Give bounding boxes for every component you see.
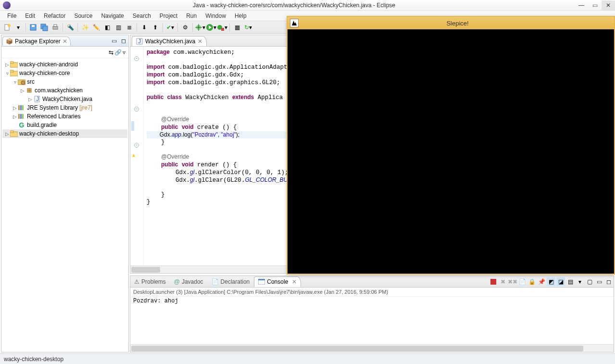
app-canvas[interactable] [288,29,614,274]
check-button[interactable]: ✔▾ [165,22,176,33]
app-title: Slepice! [301,20,614,27]
menu-window[interactable]: Window [201,11,230,21]
wand2-icon[interactable]: ✏️ [91,22,101,33]
menu-edit[interactable]: Edit [21,11,39,21]
terminate-button[interactable] [489,277,498,286]
menu-help[interactable]: Help [230,11,251,21]
tree-item-com-wackychicken[interactable]: ▷com.wackychicken [2,86,127,95]
tree-item-label: Referenced Libraries [27,113,80,120]
list-button[interactable]: ≣ [124,22,135,33]
export-button[interactable]: ⬆ [150,22,161,33]
tree-item-src[interactable]: ▿src [2,77,127,86]
print-button[interactable] [50,22,61,33]
twisty-icon[interactable]: ▷ [4,131,10,137]
package-explorer-label: Package Explorer [15,38,61,45]
fold-toggle[interactable]: − [134,107,139,112]
close-button[interactable]: ✕ [602,0,615,10]
bottom-tabs: ⚠Problems @Javadoc 📄Declaration Console✕… [130,276,614,288]
tab-problems[interactable]: ⚠Problems [130,277,170,287]
twisty-icon[interactable]: ▷ [20,88,25,93]
save-all-button[interactable] [39,22,50,33]
run-ext-button[interactable]: ▾ [217,22,227,33]
minimize-view-button[interactable]: ▭ [110,37,118,45]
clear-console-button[interactable]: 📄 [518,277,527,286]
tree-item-label: wacky-chicken-core [19,70,70,76]
max-button[interactable]: ◻ [604,277,613,286]
twisty-icon[interactable]: ▷ [27,97,33,102]
open-console-button[interactable]: ▤ [566,277,575,286]
editor-tab-label: WackyChicken.java [145,38,195,45]
menu-refactor[interactable]: Refactor [39,11,70,21]
debug-button[interactable]: ▾ [195,22,205,33]
running-app-window[interactable]: Slepice! [287,16,615,275]
menu-search[interactable]: Search [128,11,155,21]
twisty-icon[interactable]: ▿ [12,79,18,85]
save-button[interactable] [28,22,38,33]
collapse-all-button[interactable]: ⇆ [109,49,113,56]
tree-item-label: JRE System Library [jre7] [27,104,92,111]
new-dropdown[interactable]: ▾ [13,22,24,33]
menu-source[interactable]: Source [70,11,97,21]
tab-javadoc[interactable]: @Javadoc [170,277,208,287]
menu-file[interactable]: File [3,11,21,21]
tree-item-jre-system-library[interactable]: ▷JRE System Library [jre7] [2,103,127,112]
grid-button[interactable]: ▦ [232,22,242,33]
tab-console[interactable]: Console✕ [254,276,301,287]
menu-navigate[interactable]: Navigate [97,11,128,21]
tree-item-wacky-chicken-android[interactable]: ▷wacky-chicken-android [2,60,127,69]
svg-rect-33 [10,131,13,133]
console-output[interactable]: Pozdrav: ahoj [130,297,614,344]
tree-item-wackychicken-java[interactable]: ▷JWackyChicken.java [2,95,127,103]
tree-item-build-gradle[interactable]: Gbuild.gradle [2,121,127,129]
scroll-lock-button[interactable]: 🔒 [527,277,536,286]
twisty-icon[interactable]: ▿ [4,71,10,76]
import-button[interactable]: ⬇ [139,22,150,33]
run-button[interactable]: ▾ [206,22,216,33]
toggle2-button[interactable]: ▥ [113,22,124,33]
close-icon[interactable]: ✕ [63,38,67,45]
declaration-icon: 📄 [212,278,219,285]
display-selected-button[interactable]: ◩ [547,277,555,286]
fold-toggle[interactable]: − [134,56,139,61]
menu-run[interactable]: Run [182,11,201,21]
build-button[interactable]: ⚙ [180,22,190,33]
tree-item-wacky-chicken-desktop[interactable]: ▷wacky-chicken-desktop [2,129,127,138]
toggle-button[interactable]: ◧ [102,22,113,33]
editor-gutter[interactable]: − − − ▲ [130,47,144,265]
refresh-button[interactable]: ↻▾ [243,22,253,33]
java-file-icon: J [136,38,143,45]
svg-rect-30 [20,114,22,119]
fold-toggle[interactable]: − [134,143,139,148]
new-console-button[interactable]: ▢ [585,277,594,286]
min-button[interactable]: ▭ [595,277,603,286]
view-menu-button[interactable]: ▿ [123,49,126,56]
twisty-icon[interactable]: ▷ [4,62,10,67]
new-button[interactable] [2,22,13,33]
tab-declaration[interactable]: 📄Declaration [208,277,254,287]
package-explorer-tab[interactable]: 📦 Package Explorer ✕ [2,37,71,46]
close-icon[interactable]: ✕ [292,278,297,285]
pin-console-button[interactable]: 📌 [537,277,546,286]
app-title-bar[interactable]: Slepice! [288,17,614,29]
twisty-icon[interactable]: ▷ [12,114,18,119]
editor-tab-wackychicken[interactable]: J WackyChicken.java ✕ [132,36,207,46]
tree-item-referenced-libraries[interactable]: ▷Referenced Libraries [2,112,127,121]
link-editor-button[interactable]: 🔗 [114,49,122,56]
wand-icon[interactable]: ✨ [80,22,90,33]
menu-project[interactable]: Project [155,11,182,21]
tree-item-wacky-chicken-core[interactable]: ▿wacky-chicken-core [2,69,127,77]
remove-launch-button[interactable]: ✖ [499,277,507,286]
show-console-button[interactable]: ◪ [556,277,565,286]
svg-rect-3 [32,25,35,27]
console-menu-button[interactable]: ▾ [576,277,584,286]
console-horizontal-scrollbar[interactable] [130,344,614,352]
remove-all-button[interactable]: ✖✖ [508,277,517,286]
close-tab-icon[interactable]: ✕ [198,38,202,45]
maximize-view-button[interactable]: ◻ [119,37,128,45]
search-flashlight-icon[interactable]: 🔦 [65,22,75,33]
minimize-button[interactable]: — [575,0,588,10]
twisty-icon[interactable]: ▷ [12,105,18,111]
status-bar: wacky-chicken-desktop [0,353,615,364]
maximize-button[interactable]: ▭ [588,0,602,10]
project-tree[interactable]: ▷wacky-chicken-android▿wacky-chicken-cor… [1,58,128,352]
